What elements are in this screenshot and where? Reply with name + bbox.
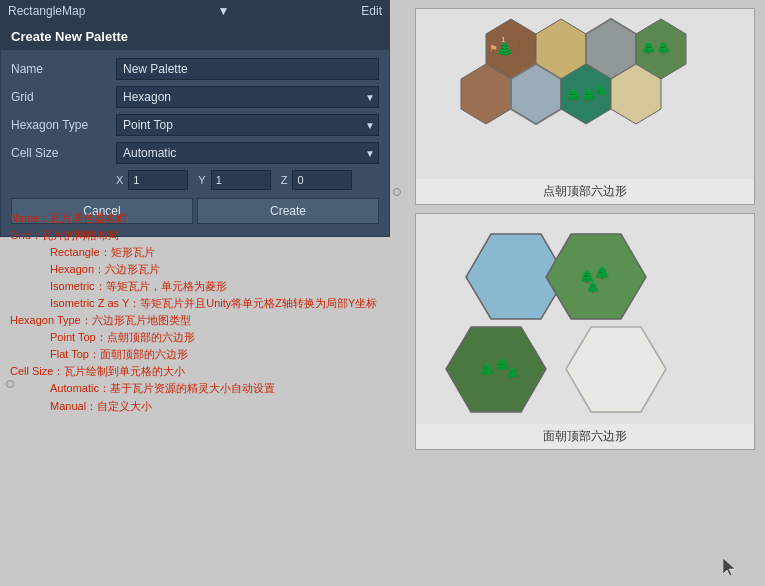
top-hex-svg: 🌲 1 ⚑ 1 🌲 🌲 🌲 🌲 🌲 <box>431 14 731 174</box>
bottom-hex-svg: 🌲 🌲 🌲 🌲 🌲 🌲 <box>431 219 731 419</box>
svg-text:🌲: 🌲 <box>506 366 520 380</box>
x-label: X <box>116 174 123 186</box>
svg-text:🌲: 🌲 <box>656 40 671 55</box>
desc-manual: Manual：自定义大小 <box>10 398 420 415</box>
desc-pointtop: Point Top：点朝顶部的六边形 <box>10 329 420 346</box>
y-input[interactable] <box>211 170 271 190</box>
xyz-row: X Y Z <box>11 170 379 190</box>
svg-text:1: 1 <box>501 35 506 44</box>
name-label: Name <box>11 62 116 76</box>
bottom-image-label: 面朝顶部六边形 <box>416 424 754 449</box>
name-input[interactable] <box>116 58 379 80</box>
mouse-cursor <box>723 558 735 576</box>
svg-marker-27 <box>723 558 735 576</box>
svg-text:⚑: ⚑ <box>489 43 498 54</box>
grid-select[interactable]: Hexagon Rectangle Isometric Isometric Z … <box>116 86 379 108</box>
hextype-select[interactable]: Point Top Flat Top <box>116 114 379 136</box>
topbar-title: RectangleMap <box>8 4 85 18</box>
desc-isoz: Isometric Z as Y：等矩瓦片并且Unity将单元格Z轴转换为局部Y… <box>10 295 420 312</box>
top-bar: RectangleMap ▼ Edit <box>0 0 390 22</box>
dialog-body: Name Grid Hexagon Rectangle Isometric Is… <box>1 50 389 236</box>
top-image-label: 点朝顶部六边形 <box>416 179 754 204</box>
z-label: Z <box>281 174 288 186</box>
svg-marker-20 <box>566 327 666 412</box>
dialog-title: Create New Palette <box>1 23 389 50</box>
create-palette-dialog: Create New Palette Name Grid Hexagon Rec… <box>0 22 390 237</box>
svg-text:🌲: 🌲 <box>641 40 656 55</box>
desc-grid: Grid：瓦片的网格布局 <box>10 227 420 244</box>
grid-row: Grid Hexagon Rectangle Isometric Isometr… <box>11 86 379 108</box>
desc-name: Name：瓦片调色器名称 <box>10 210 420 227</box>
hextype-row: Hexagon Type Point Top Flat Top ▼ <box>11 114 379 136</box>
desc-cellsize: Cell Size：瓦片绘制到单元格的大小 <box>10 363 420 380</box>
right-panel: 🌲 1 ⚑ 1 🌲 🌲 🌲 🌲 🌲 点朝顶部六边形 <box>415 8 755 458</box>
top-hex-image: 🌲 1 ⚑ 1 🌲 🌲 🌲 🌲 🌲 <box>416 9 746 179</box>
bottom-hex-image: 🌲 🌲 🌲 🌲 🌲 🌲 <box>416 214 746 424</box>
cellsize-row: Cell Size Automatic Manual ▼ <box>11 142 379 164</box>
desc-iso: Isometric：等矩瓦片，单元格为菱形 <box>10 278 420 295</box>
grid-label: Grid <box>11 90 116 104</box>
topbar-edit[interactable]: Edit <box>361 4 382 18</box>
desc-hex: Hexagon：六边形瓦片 <box>10 261 420 278</box>
y-label: Y <box>198 174 205 186</box>
description-block: Name：瓦片调色器名称 Grid：瓦片的网格布局 Rectangle：矩形瓦片… <box>10 210 420 415</box>
x-input[interactable] <box>128 170 188 190</box>
z-input[interactable] <box>292 170 352 190</box>
hextype-label: Hexagon Type <box>11 118 116 132</box>
cellsize-label: Cell Size <box>11 146 116 160</box>
svg-text:🌲: 🌲 <box>586 280 600 294</box>
grid-select-wrap: Hexagon Rectangle Isometric Isometric Z … <box>116 86 379 108</box>
desc-flattop: Flat Top：面朝顶部的六边形 <box>10 346 420 363</box>
hextype-select-wrap: Point Top Flat Top ▼ <box>116 114 379 136</box>
cellsize-select-wrap: Automatic Manual ▼ <box>116 142 379 164</box>
topbar-separator: ▼ <box>217 4 229 18</box>
top-image-container: 🌲 1 ⚑ 1 🌲 🌲 🌲 🌲 🌲 点朝顶部六边形 <box>415 8 755 205</box>
svg-text:🌲: 🌲 <box>594 84 607 97</box>
bottom-image-container: 🌲 🌲 🌲 🌲 🌲 🌲 面朝顶部六边形 <box>415 213 755 450</box>
svg-text:🌲: 🌲 <box>566 87 581 102</box>
svg-text:🌲: 🌲 <box>594 264 611 281</box>
desc-auto: Automatic：基于瓦片资源的精灵大小自动设置 <box>10 380 420 397</box>
desc-rect: Rectangle：矩形瓦片 <box>10 244 420 261</box>
name-row: Name <box>11 58 379 80</box>
svg-text:1: 1 <box>516 40 522 51</box>
circle-marker-top <box>393 188 401 196</box>
desc-hextype: Hexagon Type：六边形瓦片地图类型 <box>10 312 420 329</box>
cellsize-select[interactable]: Automatic Manual <box>116 142 379 164</box>
